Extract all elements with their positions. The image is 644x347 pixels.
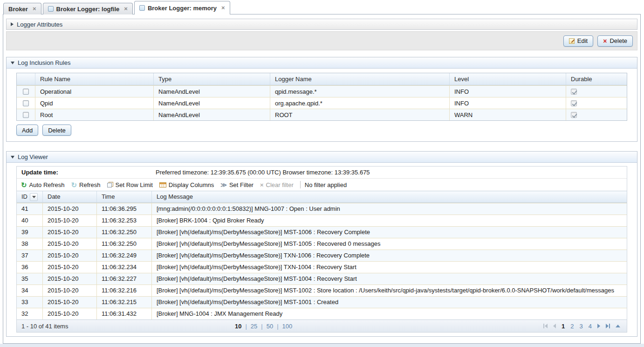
- tab-broker-logger-memory[interactable]: Broker Logger: memory ×: [134, 1, 230, 14]
- refresh-icon: ↻: [71, 182, 77, 188]
- last-page-button[interactable]: [606, 324, 610, 328]
- log-row[interactable]: 37 2015-10-20 11:06:32.249 [Broker] [vh(…: [17, 250, 627, 261]
- close-icon[interactable]: ×: [33, 7, 36, 11]
- size-separator: [241, 323, 250, 330]
- delete-rule-button[interactable]: Delete: [42, 125, 71, 136]
- log-viewer-title: Log Viewer: [18, 153, 48, 160]
- log-row[interactable]: 32 2015-10-20 11:06:31.432 [Broker] MNG-…: [17, 308, 627, 319]
- log-id: 32: [17, 308, 43, 319]
- page-size-100[interactable]: 100: [282, 323, 293, 330]
- durable-checkbox[interactable]: [571, 89, 577, 95]
- log-row[interactable]: 33 2015-10-20 11:06:32.215 [Broker] [vh(…: [17, 296, 627, 308]
- log-date: 2015-10-20: [43, 203, 97, 215]
- auto-refresh-icon: ↻: [21, 182, 27, 188]
- header-rule-name[interactable]: Rule Name: [35, 73, 154, 85]
- header-time[interactable]: Time: [97, 191, 152, 202]
- previous-page-button[interactable]: [553, 324, 556, 328]
- page-4[interactable]: 4: [589, 323, 592, 330]
- rules-grid: Rule Name Type Logger Name Level Durable…: [16, 73, 627, 121]
- durable-checkbox[interactable]: [571, 112, 577, 118]
- rule-name: Root: [35, 109, 154, 120]
- pagination: 1 2 3 4: [543, 323, 627, 330]
- row-checkbox[interactable]: [23, 112, 29, 118]
- log-row[interactable]: 38 2015-10-20 11:06:32.250 [Broker] [vh(…: [17, 238, 627, 250]
- add-rule-button[interactable]: Add: [16, 125, 38, 136]
- rule-level: WARN: [450, 109, 566, 120]
- row-checkbox[interactable]: [23, 89, 29, 95]
- log-row[interactable]: 36 2015-10-20 11:06:32.234 [Broker] [vh(…: [17, 261, 627, 273]
- log-row[interactable]: 34 2015-10-20 11:06:32.216 [Broker] [vh(…: [17, 285, 627, 296]
- log-grid: ID Date Time Log Message 41 2015-10-20 1…: [17, 191, 627, 319]
- go-to-top-button[interactable]: [616, 325, 620, 327]
- log-row[interactable]: 41 2015-10-20 11:06:36.295 [mng:admin(/0…: [17, 203, 627, 215]
- log-viewer-toolbar: ↻ Auto Refresh ↻ Refresh Set Row Limit D…: [17, 179, 627, 191]
- log-id: 40: [17, 215, 43, 226]
- durable-checkbox[interactable]: [571, 100, 577, 106]
- tab-bar: Broker × Broker Logger: logfile × Broker…: [0, 0, 644, 14]
- first-page-button[interactable]: [543, 324, 548, 328]
- page-size-links: 10 25 50 100: [235, 323, 292, 330]
- header-logger-name[interactable]: Logger Name: [270, 73, 450, 85]
- log-row[interactable]: 35 2015-10-20 11:06:32.227 [Broker] [vh(…: [17, 273, 627, 285]
- header-id[interactable]: ID: [17, 191, 43, 202]
- set-filter-button[interactable]: ≫ Set Filter: [220, 181, 253, 188]
- log-row[interactable]: 39 2015-10-20 11:06:32.250 [Broker] [vh(…: [17, 226, 627, 238]
- next-page-button[interactable]: [597, 324, 600, 328]
- logger-icon: [48, 6, 54, 12]
- edit-button[interactable]: Edit: [563, 35, 593, 47]
- log-viewer-titlebar[interactable]: Log Viewer: [7, 152, 637, 163]
- page-2[interactable]: 2: [570, 323, 574, 330]
- page-size-50[interactable]: 50: [267, 323, 273, 330]
- sort-dropdown-button[interactable]: [30, 193, 38, 201]
- size-separator: [257, 323, 266, 330]
- page-size-25[interactable]: 25: [251, 323, 257, 330]
- display-columns-icon: [159, 182, 166, 187]
- logger-attributes-titlebar[interactable]: Logger Attributes: [6, 19, 637, 30]
- header-level[interactable]: Level: [450, 73, 566, 85]
- log-time: 11:06:32.234: [97, 262, 152, 273]
- log-time: 11:06:32.216: [97, 285, 152, 296]
- rule-level: INFO: [450, 86, 566, 97]
- header-date[interactable]: Date: [43, 191, 97, 202]
- tab-broker[interactable]: Broker ×: [3, 3, 41, 14]
- refresh-button[interactable]: ↻ Refresh: [71, 181, 100, 188]
- clear-filter-button[interactable]: × Clear filter: [260, 181, 294, 188]
- rule-row-operational[interactable]: Operational NameAndLevel qpid.message.* …: [17, 85, 627, 97]
- log-row[interactable]: 40 2015-10-20 11:06:32.253 [Broker] BRK-…: [17, 215, 627, 226]
- expanded-arrow-icon: [11, 62, 14, 64]
- log-time: 11:06:31.432: [97, 308, 152, 319]
- timezone-text: Preferred timezone: 12:39:35.675 (00:00 …: [156, 169, 370, 176]
- tab-broker-logger-logfile[interactable]: Broker Logger: logfile ×: [43, 3, 133, 14]
- set-row-limit-button[interactable]: Set Row Limit: [107, 181, 153, 188]
- set-filter-label: Set Filter: [229, 181, 253, 188]
- log-message: [Broker] [vh(/default)/ms(DerbyMessageSt…: [152, 285, 627, 296]
- logger-icon: [139, 5, 145, 11]
- delete-button[interactable]: × Delete: [597, 35, 633, 47]
- header-durable[interactable]: Durable: [566, 73, 627, 85]
- delete-icon: ×: [603, 38, 607, 44]
- log-message: [Broker] [vh(/default)/ms(DerbyMessageSt…: [152, 238, 627, 250]
- delete-button-label: Delete: [48, 127, 66, 134]
- log-id: 39: [17, 227, 43, 238]
- items-count-text: 1 - 10 of 41 items: [17, 323, 68, 330]
- log-inclusion-rules-titlebar[interactable]: Log Inclusion Rules: [7, 57, 637, 69]
- rule-row-root[interactable]: Root NameAndLevel ROOT WARN: [17, 109, 627, 120]
- log-id: 35: [17, 273, 43, 285]
- set-filter-icon: ≫: [220, 181, 227, 188]
- set-row-limit-icon: [107, 182, 113, 187]
- page-3[interactable]: 3: [580, 323, 583, 330]
- page-1[interactable]: 1: [562, 323, 565, 330]
- row-checkbox[interactable]: [23, 100, 29, 106]
- header-log-message[interactable]: Log Message: [152, 191, 627, 202]
- close-icon[interactable]: ×: [124, 7, 128, 11]
- page-size-10[interactable]: 10: [235, 323, 241, 330]
- log-date: 2015-10-20: [43, 297, 97, 308]
- rule-row-qpid[interactable]: Qpid NameAndLevel org.apache.qpid.* INFO: [17, 97, 627, 109]
- display-columns-button[interactable]: Display Columns: [159, 181, 214, 188]
- auto-refresh-button[interactable]: ↻ Auto Refresh: [21, 181, 64, 188]
- header-type[interactable]: Type: [154, 73, 270, 85]
- rule-logger: qpid.message.*: [270, 86, 450, 97]
- auto-refresh-label: Auto Refresh: [29, 181, 65, 188]
- rule-logger: org.apache.qpid.*: [270, 97, 450, 109]
- close-icon[interactable]: ×: [221, 6, 225, 10]
